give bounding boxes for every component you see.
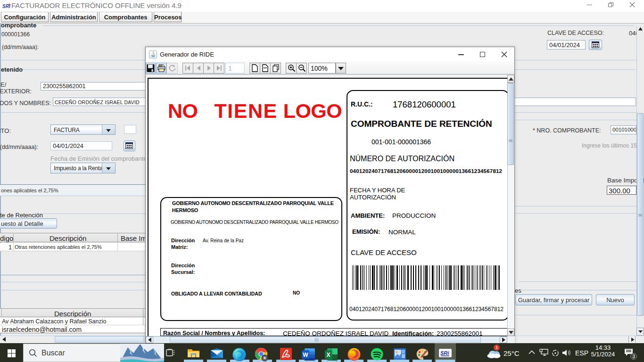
svg-text:SRi: SRi (440, 350, 449, 356)
svg-text:W: W (303, 352, 308, 358)
svg-text:X: X (326, 352, 330, 358)
